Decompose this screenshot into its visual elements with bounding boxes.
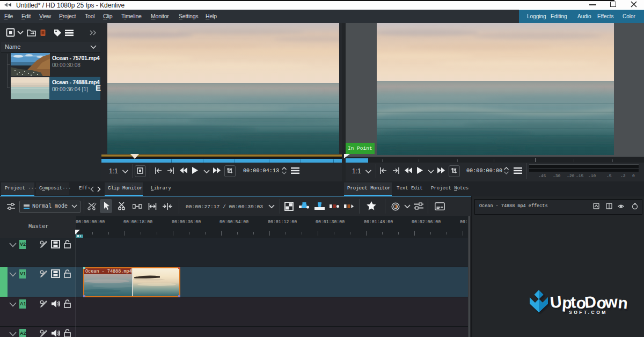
svg-text:SOFT.COM: SOFT.COM: [569, 310, 608, 315]
